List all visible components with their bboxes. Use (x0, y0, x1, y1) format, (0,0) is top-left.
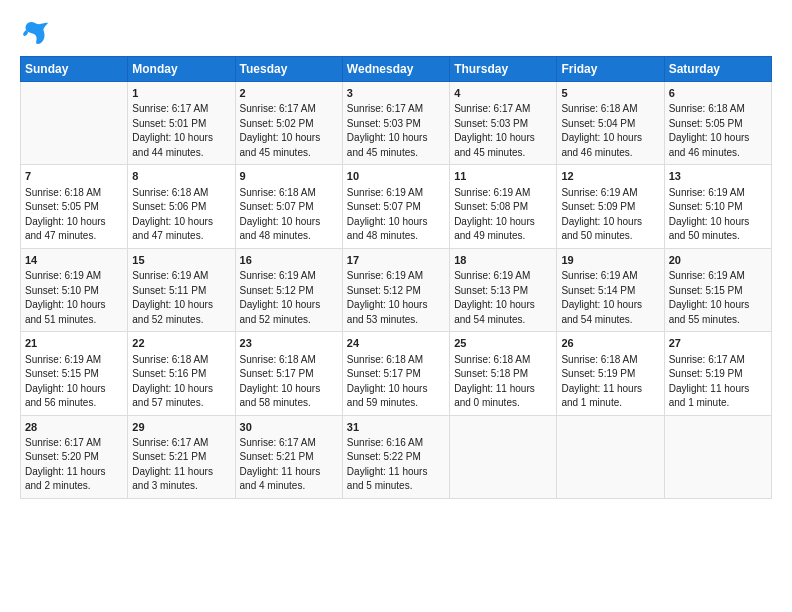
day-content: Sunrise: 6:19 AM Sunset: 5:15 PM Dayligh… (25, 353, 123, 411)
day-content: Sunrise: 6:19 AM Sunset: 5:08 PM Dayligh… (454, 186, 552, 244)
day-content: Sunrise: 6:18 AM Sunset: 5:17 PM Dayligh… (240, 353, 338, 411)
day-number: 10 (347, 169, 445, 184)
day-cell: 1Sunrise: 6:17 AM Sunset: 5:01 PM Daylig… (128, 82, 235, 165)
week-row-5: 28Sunrise: 6:17 AM Sunset: 5:20 PM Dayli… (21, 415, 772, 498)
day-content: Sunrise: 6:19 AM Sunset: 5:15 PM Dayligh… (669, 269, 767, 327)
day-content: Sunrise: 6:18 AM Sunset: 5:07 PM Dayligh… (240, 186, 338, 244)
header-cell-saturday: Saturday (664, 57, 771, 82)
day-cell: 10Sunrise: 6:19 AM Sunset: 5:07 PM Dayli… (342, 165, 449, 248)
day-number: 5 (561, 86, 659, 101)
day-number: 18 (454, 253, 552, 268)
day-number: 26 (561, 336, 659, 351)
header-cell-monday: Monday (128, 57, 235, 82)
day-cell: 15Sunrise: 6:19 AM Sunset: 5:11 PM Dayli… (128, 248, 235, 331)
day-number: 13 (669, 169, 767, 184)
day-cell: 9Sunrise: 6:18 AM Sunset: 5:07 PM Daylig… (235, 165, 342, 248)
day-content: Sunrise: 6:19 AM Sunset: 5:12 PM Dayligh… (347, 269, 445, 327)
day-cell: 30Sunrise: 6:17 AM Sunset: 5:21 PM Dayli… (235, 415, 342, 498)
day-number: 24 (347, 336, 445, 351)
header-row (20, 18, 772, 46)
day-content: Sunrise: 6:19 AM Sunset: 5:10 PM Dayligh… (25, 269, 123, 327)
day-content: Sunrise: 6:18 AM Sunset: 5:05 PM Dayligh… (669, 102, 767, 160)
day-number: 1 (132, 86, 230, 101)
day-number: 7 (25, 169, 123, 184)
day-number: 22 (132, 336, 230, 351)
day-content: Sunrise: 6:17 AM Sunset: 5:03 PM Dayligh… (454, 102, 552, 160)
day-number: 6 (669, 86, 767, 101)
day-cell: 27Sunrise: 6:17 AM Sunset: 5:19 PM Dayli… (664, 332, 771, 415)
day-cell: 22Sunrise: 6:18 AM Sunset: 5:16 PM Dayli… (128, 332, 235, 415)
day-number: 28 (25, 420, 123, 435)
day-cell: 11Sunrise: 6:19 AM Sunset: 5:08 PM Dayli… (450, 165, 557, 248)
day-content: Sunrise: 6:18 AM Sunset: 5:19 PM Dayligh… (561, 353, 659, 411)
day-number: 12 (561, 169, 659, 184)
week-row-1: 1Sunrise: 6:17 AM Sunset: 5:01 PM Daylig… (21, 82, 772, 165)
day-cell: 6Sunrise: 6:18 AM Sunset: 5:05 PM Daylig… (664, 82, 771, 165)
day-number: 25 (454, 336, 552, 351)
day-number: 9 (240, 169, 338, 184)
day-content: Sunrise: 6:16 AM Sunset: 5:22 PM Dayligh… (347, 436, 445, 494)
day-content: Sunrise: 6:19 AM Sunset: 5:11 PM Dayligh… (132, 269, 230, 327)
day-number: 20 (669, 253, 767, 268)
day-content: Sunrise: 6:18 AM Sunset: 5:18 PM Dayligh… (454, 353, 552, 411)
week-row-3: 14Sunrise: 6:19 AM Sunset: 5:10 PM Dayli… (21, 248, 772, 331)
day-number: 23 (240, 336, 338, 351)
day-number: 11 (454, 169, 552, 184)
day-content: Sunrise: 6:17 AM Sunset: 5:19 PM Dayligh… (669, 353, 767, 411)
day-number: 3 (347, 86, 445, 101)
day-content: Sunrise: 6:18 AM Sunset: 5:17 PM Dayligh… (347, 353, 445, 411)
calendar-table: SundayMondayTuesdayWednesdayThursdayFrid… (20, 56, 772, 499)
day-content: Sunrise: 6:17 AM Sunset: 5:02 PM Dayligh… (240, 102, 338, 160)
day-cell: 20Sunrise: 6:19 AM Sunset: 5:15 PM Dayli… (664, 248, 771, 331)
day-cell: 31Sunrise: 6:16 AM Sunset: 5:22 PM Dayli… (342, 415, 449, 498)
day-content: Sunrise: 6:17 AM Sunset: 5:21 PM Dayligh… (132, 436, 230, 494)
day-cell: 19Sunrise: 6:19 AM Sunset: 5:14 PM Dayli… (557, 248, 664, 331)
day-cell: 3Sunrise: 6:17 AM Sunset: 5:03 PM Daylig… (342, 82, 449, 165)
day-number: 17 (347, 253, 445, 268)
day-content: Sunrise: 6:17 AM Sunset: 5:20 PM Dayligh… (25, 436, 123, 494)
day-cell: 18Sunrise: 6:19 AM Sunset: 5:13 PM Dayli… (450, 248, 557, 331)
day-cell: 28Sunrise: 6:17 AM Sunset: 5:20 PM Dayli… (21, 415, 128, 498)
day-cell: 21Sunrise: 6:19 AM Sunset: 5:15 PM Dayli… (21, 332, 128, 415)
day-content: Sunrise: 6:18 AM Sunset: 5:05 PM Dayligh… (25, 186, 123, 244)
day-number: 8 (132, 169, 230, 184)
header-cell-sunday: Sunday (21, 57, 128, 82)
day-cell: 29Sunrise: 6:17 AM Sunset: 5:21 PM Dayli… (128, 415, 235, 498)
day-content: Sunrise: 6:18 AM Sunset: 5:04 PM Dayligh… (561, 102, 659, 160)
header-cell-tuesday: Tuesday (235, 57, 342, 82)
header-cell-friday: Friday (557, 57, 664, 82)
day-number: 14 (25, 253, 123, 268)
day-cell: 5Sunrise: 6:18 AM Sunset: 5:04 PM Daylig… (557, 82, 664, 165)
day-content: Sunrise: 6:18 AM Sunset: 5:06 PM Dayligh… (132, 186, 230, 244)
day-cell: 7Sunrise: 6:18 AM Sunset: 5:05 PM Daylig… (21, 165, 128, 248)
day-cell: 23Sunrise: 6:18 AM Sunset: 5:17 PM Dayli… (235, 332, 342, 415)
day-cell: 14Sunrise: 6:19 AM Sunset: 5:10 PM Dayli… (21, 248, 128, 331)
day-cell (21, 82, 128, 165)
day-cell: 25Sunrise: 6:18 AM Sunset: 5:18 PM Dayli… (450, 332, 557, 415)
day-number: 21 (25, 336, 123, 351)
day-cell: 8Sunrise: 6:18 AM Sunset: 5:06 PM Daylig… (128, 165, 235, 248)
day-number: 27 (669, 336, 767, 351)
day-number: 31 (347, 420, 445, 435)
logo (20, 18, 54, 46)
day-cell: 16Sunrise: 6:19 AM Sunset: 5:12 PM Dayli… (235, 248, 342, 331)
day-cell (557, 415, 664, 498)
day-cell: 13Sunrise: 6:19 AM Sunset: 5:10 PM Dayli… (664, 165, 771, 248)
day-cell: 2Sunrise: 6:17 AM Sunset: 5:02 PM Daylig… (235, 82, 342, 165)
day-number: 30 (240, 420, 338, 435)
day-content: Sunrise: 6:19 AM Sunset: 5:12 PM Dayligh… (240, 269, 338, 327)
day-content: Sunrise: 6:17 AM Sunset: 5:21 PM Dayligh… (240, 436, 338, 494)
day-content: Sunrise: 6:19 AM Sunset: 5:14 PM Dayligh… (561, 269, 659, 327)
day-cell: 26Sunrise: 6:18 AM Sunset: 5:19 PM Dayli… (557, 332, 664, 415)
day-cell (450, 415, 557, 498)
header-cell-thursday: Thursday (450, 57, 557, 82)
day-number: 15 (132, 253, 230, 268)
day-cell: 17Sunrise: 6:19 AM Sunset: 5:12 PM Dayli… (342, 248, 449, 331)
day-content: Sunrise: 6:19 AM Sunset: 5:10 PM Dayligh… (669, 186, 767, 244)
day-number: 19 (561, 253, 659, 268)
day-content: Sunrise: 6:18 AM Sunset: 5:16 PM Dayligh… (132, 353, 230, 411)
day-content: Sunrise: 6:19 AM Sunset: 5:13 PM Dayligh… (454, 269, 552, 327)
day-cell: 12Sunrise: 6:19 AM Sunset: 5:09 PM Dayli… (557, 165, 664, 248)
day-cell: 24Sunrise: 6:18 AM Sunset: 5:17 PM Dayli… (342, 332, 449, 415)
day-number: 29 (132, 420, 230, 435)
